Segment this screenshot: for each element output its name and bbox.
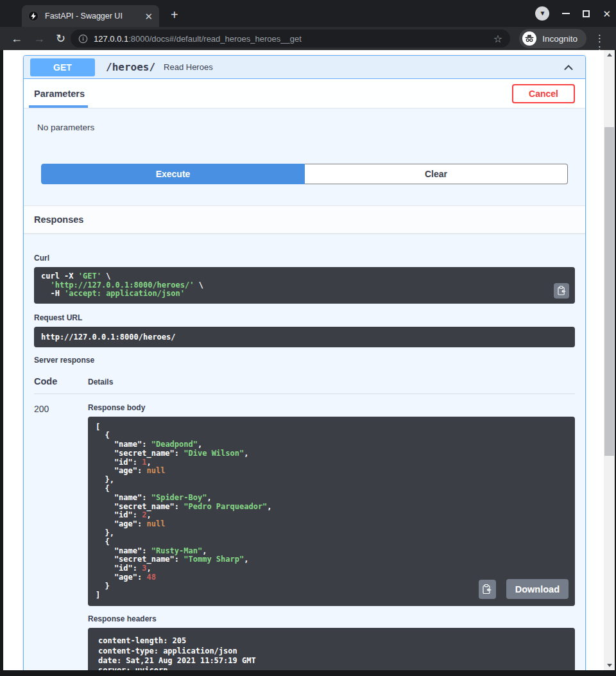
chevron-up-icon[interactable]: [562, 61, 575, 74]
chevron-down-icon: ▼: [539, 10, 545, 17]
response-details: Response body [ { "name": "Deadpond", "s…: [88, 403, 575, 671]
execute-row: Execute Clear: [24, 164, 585, 184]
url-text: 127.0.0.1:8000/docs#/default/read_heroes…: [94, 34, 488, 44]
no-parameters-text: No parameters: [24, 108, 585, 164]
response-table-header: Code Details: [34, 376, 575, 386]
maximize-button[interactable]: [583, 10, 590, 17]
operation-summary: Read Heroes: [164, 62, 213, 72]
browser-tab[interactable]: FastAPI - Swagger UI ✕: [22, 5, 159, 27]
curl-code: curl -X 'GET' \ 'http://127.0.0.1:8000/h…: [34, 267, 575, 304]
triangle-down-icon: [607, 664, 612, 667]
incognito-badge: Incognito: [519, 29, 586, 48]
minimize-button[interactable]: [562, 13, 570, 14]
site-info-icon[interactable]: [78, 34, 88, 44]
method-badge: GET: [30, 58, 95, 76]
cancel-button[interactable]: Cancel: [512, 84, 575, 103]
response-headers-label: Response headers: [88, 614, 575, 623]
server-response-label: Server response: [34, 356, 575, 365]
page-content: GET /heroes/ Read Heroes Parameters Canc…: [3, 50, 604, 670]
window-controls: ▼ ✕: [535, 0, 611, 27]
download-button[interactable]: Download: [506, 579, 569, 599]
responses-inner: Curl curl -X 'GET' \ 'http://127.0.0.1:8…: [24, 234, 585, 670]
titlebar: FastAPI - Swagger UI ✕ + ▼ ✕: [0, 0, 616, 27]
scrollbar-thumb[interactable]: [604, 127, 614, 456]
browser-window: FastAPI - Swagger UI ✕ + ▼ ✕ ← → ↻ 127.0…: [0, 0, 616, 676]
url-path: :8000/docs#/default/read_heroes_heroes__…: [128, 34, 302, 44]
copy-response-icon-button[interactable]: [479, 580, 496, 599]
scroll-down-button[interactable]: [604, 661, 615, 670]
response-body-block: [ { "name": "Deadpond", "secret_name": "…: [88, 417, 575, 607]
incognito-label: Incognito: [542, 34, 578, 44]
response-body-code: [ { "name": "Deadpond", "secret_name": "…: [88, 417, 575, 607]
fastapi-favicon-icon: [28, 11, 38, 21]
back-icon[interactable]: ←: [11, 33, 22, 44]
close-button[interactable]: ✕: [603, 9, 611, 19]
tab-search-button[interactable]: ▼: [535, 6, 549, 21]
forward-icon[interactable]: →: [33, 33, 45, 44]
parameters-title: Parameters: [34, 89, 85, 99]
execute-button[interactable]: Execute: [41, 164, 305, 184]
reload-icon[interactable]: ↻: [56, 33, 65, 44]
opblock-get-heroes: GET /heroes/ Read Heroes Parameters Canc…: [23, 55, 586, 670]
response-headers-block: content-length: 205 content-type: applic…: [88, 628, 575, 670]
response-body-label: Response body: [88, 403, 575, 412]
response-headers-code: content-length: 205 content-type: applic…: [88, 628, 575, 670]
parameters-header: Parameters Cancel: [24, 79, 585, 108]
tab-close-icon[interactable]: ✕: [144, 12, 153, 21]
address-bar[interactable]: 127.0.0.1:8000/docs#/default/read_heroes…: [71, 30, 510, 48]
curl-label: Curl: [34, 254, 575, 263]
curl-block: curl -X 'GET' \ 'http://127.0.0.1:8000/h…: [34, 267, 575, 304]
scrollbar-track[interactable]: [604, 50, 615, 670]
browser-toolbar: ← → ↻ 127.0.0.1:8000/docs#/default/read_…: [0, 27, 616, 50]
scroll-up-button[interactable]: [604, 50, 615, 60]
request-url-code: http://127.0.0.1:8000/heroes/: [34, 327, 575, 347]
bookmark-star-icon[interactable]: ☆: [493, 33, 502, 45]
table-divider: [34, 394, 575, 394]
triangle-up-icon: [607, 53, 612, 56]
status-code: 200: [34, 403, 88, 671]
copy-curl-icon-button[interactable]: [554, 283, 569, 299]
tab-title: FastAPI - Swagger UI: [45, 12, 139, 21]
responses-header: Responses: [24, 205, 585, 234]
details-column-header: Details: [88, 377, 113, 386]
active-tab-underline: [29, 105, 88, 108]
responses-title: Responses: [34, 214, 83, 225]
request-url-block: http://127.0.0.1:8000/heroes/: [34, 327, 575, 347]
response-body-actions: Download: [479, 579, 569, 599]
incognito-icon: [522, 31, 537, 46]
url-host: 127.0.0.1: [94, 34, 128, 44]
response-row-200: 200 Response body [ { "name": "Deadpond"…: [34, 403, 575, 671]
new-tab-button[interactable]: +: [171, 8, 178, 21]
tab-parameters[interactable]: Parameters: [34, 79, 85, 108]
request-url-label: Request URL: [34, 313, 575, 322]
operation-path: /heroes/: [106, 61, 155, 73]
opblock-summary[interactable]: GET /heroes/ Read Heroes: [24, 56, 585, 79]
code-column-header: Code: [34, 376, 88, 386]
clear-button[interactable]: Clear: [305, 164, 568, 184]
